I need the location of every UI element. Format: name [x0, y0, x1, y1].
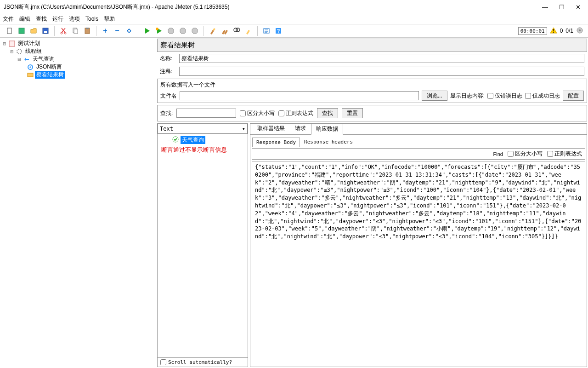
success-icon [172, 136, 179, 144]
start-noclock-icon[interactable] [154, 26, 164, 36]
assertion-icon [27, 63, 34, 71]
result-item[interactable]: ┈ 天气查询 [159, 136, 246, 144]
save-icon[interactable] [40, 26, 51, 36]
search-input[interactable] [176, 109, 236, 118]
stop-icon[interactable] [166, 26, 176, 36]
tab-sampler[interactable]: 取样器结果 [252, 123, 290, 134]
find-bar: Find 区分大小写 正则表达式 [252, 148, 585, 160]
render-dropdown[interactable]: Text▾ [158, 124, 248, 134]
minimize-button[interactable]: — [542, 4, 548, 11]
svg-rect-19 [9, 41, 15, 46]
tab-response[interactable]: 响应数据 [311, 123, 343, 135]
menu-tools[interactable]: Tools [85, 16, 98, 22]
test-plan-tree: ⊟ 测试计划 ⊟ 线程组 ⊟ 天气查询 JSON断言 察看结果树 [0, 38, 156, 368]
maximize-button[interactable]: ☐ [559, 4, 565, 11]
main-area: ⊟ 测试计划 ⊟ 线程组 ⊟ 天气查询 JSON断言 察看结果树 察看结果树 名… [0, 38, 588, 368]
filename-input[interactable] [180, 91, 419, 100]
chevron-down-icon: ▾ [242, 126, 245, 132]
right-panel: 察看结果树 名称: 注释: 所有数据写入一个文件 文件名 浏览... 显示日志内… [156, 38, 588, 368]
find-case-checkbox[interactable]: 区分大小写 [508, 150, 543, 158]
result-label: 天气查询 [181, 136, 205, 144]
results-list-panel: Text▾ ┈ 天气查询 断言通过不显示断言信息 Scroll automati… [157, 123, 248, 367]
open-icon[interactable] [28, 26, 39, 36]
gear-icon[interactable] [576, 27, 583, 35]
remote-stop-icon[interactable] [190, 26, 200, 36]
copy-icon[interactable] [70, 26, 80, 36]
search-icon[interactable] [232, 26, 242, 36]
close-button[interactable]: ✕ [576, 4, 581, 11]
tree-threadgroup[interactable]: 线程组 [24, 47, 43, 55]
menu-edit[interactable]: 编辑 [19, 15, 30, 23]
testplan-icon [8, 40, 16, 47]
tree-testplan[interactable]: 测试计划 [17, 40, 41, 47]
svg-rect-3 [44, 31, 47, 33]
reset-search-icon[interactable] [243, 26, 254, 36]
window-controls: — ☐ ✕ [542, 4, 584, 11]
subtab-headers[interactable]: Response headers [300, 137, 357, 147]
svg-point-10 [156, 28, 158, 30]
templates-icon[interactable] [17, 26, 27, 36]
search-button[interactable]: 查找 [317, 108, 338, 118]
expand-icon[interactable]: + [100, 26, 110, 36]
window-title: JSON断言.jmx (C:\Users\Admin\Documents\JSO… [4, 3, 229, 11]
tree-toggle[interactable]: ⊟ [9, 49, 15, 54]
tab-request[interactable]: 请求 [290, 123, 311, 134]
search-label: 查找: [160, 109, 173, 117]
regex-checkbox[interactable]: 正则表达式 [278, 109, 313, 117]
comment-label: 注释: [160, 68, 176, 75]
clear-all-icon[interactable] [220, 26, 230, 36]
menu-file[interactable]: 文件 [3, 15, 14, 23]
menu-search[interactable]: 查找 [36, 15, 47, 23]
paste-icon[interactable] [82, 26, 92, 36]
file-panel-title: 所有数据写入一个文件 [160, 81, 584, 89]
tree-assertion[interactable]: JSON断言 [35, 63, 63, 71]
response-panel: 取样器结果 请求 响应数据 Response Body Response hea… [250, 123, 587, 367]
name-input[interactable] [179, 54, 584, 63]
name-label: 名称: [160, 55, 176, 63]
browse-button[interactable]: 浏览... [422, 91, 447, 101]
search-bar: 查找: 区分大小写 正则表达式 查找 重置 [157, 105, 587, 121]
shutdown-icon[interactable] [178, 26, 188, 36]
success-only-checkbox[interactable]: 仅成功日志 [525, 92, 560, 100]
scroll-auto-checkbox[interactable]: Scroll automatically? [158, 357, 248, 367]
titlebar: JSON断言.jmx (C:\Users\Admin\Documents\JSO… [0, 0, 588, 14]
file-write-panel: 所有数据写入一个文件 文件名 浏览... 显示日志内容: 仅错误日志 仅成功日志… [157, 79, 587, 103]
tree-toggle[interactable]: ⊟ [17, 57, 22, 62]
toolbar: + − ? 00:00:01 ! 0 0/1 [0, 24, 588, 38]
find-regex-checkbox[interactable]: 正则表达式 [547, 150, 582, 158]
function-helper-icon[interactable] [261, 26, 271, 36]
collapse-icon[interactable]: − [112, 26, 122, 36]
find-label[interactable]: Find [493, 151, 503, 157]
error-only-checkbox[interactable]: 仅错误日志 [487, 92, 522, 100]
tree-toggle[interactable]: ⊟ [2, 41, 7, 46]
clear-icon[interactable] [208, 26, 218, 36]
subtab-body[interactable]: Response Body [252, 138, 300, 147]
new-icon[interactable] [5, 26, 15, 36]
svg-rect-1 [19, 28, 24, 34]
menu-options[interactable]: 选项 [69, 15, 80, 23]
panel-title: 察看结果树 [157, 39, 587, 52]
help-icon[interactable]: ? [273, 26, 283, 36]
config-button[interactable]: 配置 [563, 91, 584, 101]
svg-point-18 [579, 29, 581, 31]
menu-help[interactable]: 帮助 [104, 15, 115, 23]
menu-run[interactable]: 运行 [52, 15, 63, 23]
response-subtabs: Response Body Response headers [250, 135, 587, 147]
response-body-text[interactable]: {"status":"1","count":"1","info":"OK","i… [252, 161, 585, 365]
svg-rect-0 [7, 28, 11, 34]
case-sensitive-checkbox[interactable]: 区分大小写 [240, 109, 275, 117]
svg-rect-9 [86, 28, 89, 29]
svg-text:!: ! [553, 29, 554, 34]
reset-button[interactable]: 重置 [342, 108, 363, 118]
error-count: 0 [560, 28, 563, 34]
comment-input[interactable] [179, 67, 584, 76]
svg-rect-7 [74, 29, 78, 34]
assertion-note: 断言通过不显示断言信息 [159, 144, 246, 156]
warning-icon[interactable]: ! [550, 27, 557, 35]
tree-listener[interactable]: 察看结果树 [35, 71, 65, 79]
tree-sampler[interactable]: 天气查询 [31, 55, 56, 63]
start-icon[interactable] [142, 26, 152, 36]
toggle-icon[interactable] [124, 26, 134, 36]
cut-icon[interactable] [58, 26, 68, 36]
timer-display: 00:00:01 [518, 27, 547, 35]
